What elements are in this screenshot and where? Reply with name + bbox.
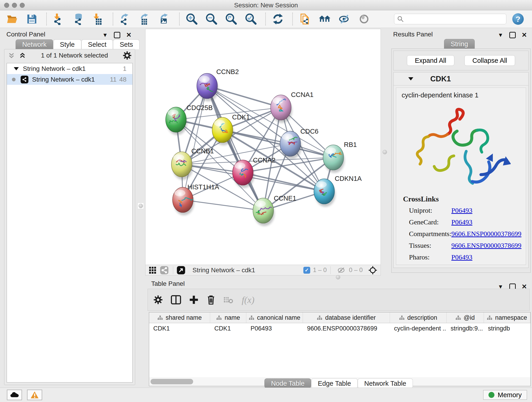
edge-CCNB2-HIST1H1A[interactable] bbox=[183, 86, 207, 200]
crosslink-link[interactable]: 9606.ENSP00000378699 bbox=[451, 242, 521, 249]
add-column-icon bbox=[189, 295, 199, 305]
open-in-browser-button[interactable] bbox=[177, 266, 185, 274]
column-header-shared-name[interactable]: shared name bbox=[149, 313, 210, 323]
network-collection-row[interactable]: String Network – cdk1 1 bbox=[7, 63, 133, 74]
float-panel-icon[interactable] bbox=[114, 32, 120, 38]
add-column-button[interactable] bbox=[189, 295, 199, 305]
table-cell: CDK1 bbox=[149, 323, 210, 334]
hide-selected-icon bbox=[338, 13, 350, 25]
selected-nodes-checkbox[interactable]: ✓ bbox=[303, 267, 310, 274]
column-header-id[interactable]: @id bbox=[447, 313, 484, 323]
node-HIST1H1A[interactable]: HIST1H1A bbox=[172, 183, 219, 212]
collapse-all-button[interactable]: Collapse All bbox=[464, 55, 515, 66]
node-label-CDK1: CDK1 bbox=[232, 114, 250, 121]
gear-icon[interactable] bbox=[123, 51, 132, 60]
show-all-icon bbox=[358, 13, 370, 25]
network-view[interactable]: CCNB2 CCNA1 CDC25B CDK1 CDC6 RB1 bbox=[145, 29, 381, 275]
collapse-panel-icon[interactable]: ▼ bbox=[498, 32, 503, 38]
show-grid-button[interactable] bbox=[149, 266, 157, 274]
tab-sets[interactable]: Sets bbox=[113, 39, 139, 49]
node-CDKN1A[interactable]: CDKN1A bbox=[314, 175, 362, 204]
column-label: canonical name bbox=[257, 314, 300, 321]
tab-node-table[interactable]: Node Table bbox=[264, 378, 311, 388]
gear-button[interactable] bbox=[153, 295, 163, 305]
refresh-button[interactable] bbox=[271, 12, 285, 26]
export-table-button[interactable] bbox=[138, 12, 152, 26]
hide-selected-button[interactable] bbox=[337, 12, 351, 26]
import-network-file-button[interactable] bbox=[52, 12, 66, 26]
node-count: 11 bbox=[110, 76, 117, 83]
collection-expander-icon[interactable] bbox=[14, 67, 19, 70]
tab-select[interactable]: Select bbox=[81, 39, 113, 49]
import-network-database-button[interactable] bbox=[71, 12, 86, 26]
float-panel-icon[interactable] bbox=[509, 32, 516, 38]
tab-edge-table[interactable]: Edge Table bbox=[311, 378, 358, 388]
crosslink-link[interactable]: P06493 bbox=[451, 253, 472, 261]
tab-style[interactable]: Style bbox=[53, 39, 81, 49]
zoom-fit-button[interactable] bbox=[224, 12, 238, 26]
collapse-all-icon[interactable] bbox=[7, 51, 15, 59]
node-details-header[interactable]: CDK1 bbox=[394, 72, 528, 85]
export-image-button[interactable] bbox=[158, 12, 172, 26]
column-header-description[interactable]: description bbox=[390, 313, 447, 323]
bottom-splitter-handle[interactable] bbox=[335, 274, 341, 280]
cloud-button[interactable] bbox=[7, 390, 22, 400]
collapse-panel-icon[interactable]: ▼ bbox=[102, 32, 108, 38]
edge-HIST1H1A-CCNE1[interactable] bbox=[183, 200, 263, 211]
node-CCNA1[interactable]: CCNA1 bbox=[271, 91, 313, 120]
close-panel-icon[interactable]: ✕ bbox=[522, 31, 527, 39]
search-input[interactable] bbox=[406, 15, 503, 23]
attribute-type-icon bbox=[456, 315, 461, 320]
memory-button[interactable]: Memory bbox=[483, 390, 527, 400]
right-splitter-handle[interactable] bbox=[382, 149, 388, 155]
hidden-count: 0 – 0 bbox=[349, 267, 363, 274]
expand-all-button[interactable]: Expand All bbox=[407, 55, 454, 66]
help-button[interactable]: ? bbox=[512, 13, 524, 25]
zoom-out-button[interactable] bbox=[204, 12, 219, 26]
edge-CCNA2-CDKN1A[interactable] bbox=[243, 172, 324, 191]
crosslink-link[interactable]: 9606.ENSP00000378699 bbox=[451, 230, 521, 238]
control-panel-window-controls: ▼ ✕ bbox=[102, 31, 132, 39]
network-canvas[interactable]: CCNB2 CCNA1 CDC25B CDK1 CDC6 RB1 bbox=[146, 29, 380, 265]
column-header-canonical-name[interactable]: canonical name bbox=[246, 313, 303, 323]
column-header-name[interactable]: name bbox=[210, 313, 246, 323]
refresh-icon bbox=[272, 13, 284, 25]
table-row[interactable]: CDK1CDK1P064939606.ENSP00000378699cyclin… bbox=[149, 323, 530, 334]
warnings-button[interactable] bbox=[27, 390, 42, 400]
zoom-in-button[interactable] bbox=[185, 12, 199, 26]
tab-network[interactable]: Network bbox=[16, 39, 53, 49]
open-session-button[interactable] bbox=[5, 12, 19, 26]
left-splitter-handle[interactable] bbox=[138, 203, 144, 209]
birdseye-icon[interactable] bbox=[368, 266, 377, 275]
crosslink-label: Uniprot: bbox=[409, 206, 451, 214]
export-network-button[interactable] bbox=[118, 12, 133, 26]
delete-column-button[interactable] bbox=[206, 294, 215, 305]
crosslink-link[interactable]: P06493 bbox=[451, 206, 472, 214]
column-header-namespace[interactable]: namespace bbox=[484, 313, 530, 323]
node-RB1[interactable]: RB1 bbox=[323, 141, 357, 170]
import-table-file-button[interactable] bbox=[91, 12, 105, 26]
save-session-button[interactable] bbox=[25, 12, 39, 26]
expand-all-icon[interactable] bbox=[19, 51, 26, 59]
tab-string[interactable]: String bbox=[444, 39, 475, 49]
crosslink-label: Pharos: bbox=[409, 253, 451, 261]
tab-network-table[interactable]: Network Table bbox=[358, 378, 413, 388]
node-CCNE1[interactable]: CCNE1 bbox=[253, 195, 296, 223]
show-all-button[interactable] bbox=[357, 12, 371, 26]
edge-CCNB2-CCNE1[interactable] bbox=[207, 86, 263, 211]
node-label-CDC6: CDC6 bbox=[300, 128, 318, 135]
crosslink-link[interactable]: P06493 bbox=[451, 218, 472, 226]
zoom-selected-button[interactable] bbox=[244, 12, 258, 26]
split-columns-button[interactable] bbox=[171, 295, 181, 305]
close-panel-icon[interactable]: ✕ bbox=[126, 31, 132, 39]
table-cell: stringdb bbox=[484, 323, 530, 334]
column-header-database-identifier[interactable]: database identifier bbox=[303, 313, 390, 323]
toolbar-separator bbox=[46, 13, 47, 26]
crosslink-row: GeneCard:P06493 bbox=[403, 218, 526, 226]
first-neighbors-button[interactable] bbox=[317, 12, 332, 26]
export-image-icon bbox=[159, 13, 171, 25]
new-network-from-selection-button[interactable] bbox=[298, 12, 312, 26]
string-view-button[interactable] bbox=[160, 266, 168, 274]
details-expander-icon[interactable] bbox=[408, 77, 413, 80]
network-row[interactable]: String Network – cdk1 11 48 bbox=[7, 74, 133, 85]
